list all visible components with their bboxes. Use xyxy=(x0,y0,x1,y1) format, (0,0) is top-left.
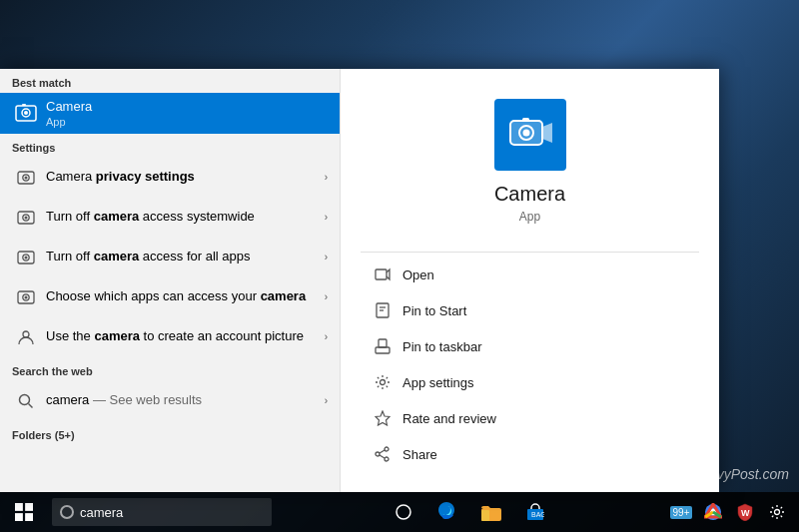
svg-marker-23 xyxy=(542,123,552,143)
settings-item-privacy[interactable]: Camera privacy settings › xyxy=(0,158,340,198)
camera-app-name: Camera xyxy=(46,99,328,116)
open-icon xyxy=(373,265,393,284)
privacy-settings-label: Camera privacy settings xyxy=(46,169,321,186)
action-pin-start[interactable]: Pin to Start xyxy=(361,292,699,328)
taskbar-middle: BAG xyxy=(272,494,667,530)
search-web-query: camera — See web results xyxy=(46,392,321,409)
camera-privacy-icon xyxy=(12,164,40,192)
rate-review-icon xyxy=(373,408,393,428)
share-icon xyxy=(373,444,393,464)
app-settings-icon xyxy=(373,372,393,392)
svg-rect-39 xyxy=(15,513,23,521)
svg-point-32 xyxy=(385,447,389,451)
menu-right-panel: Camera App Open xyxy=(340,69,719,492)
task-view-button[interactable] xyxy=(386,494,421,530)
start-button[interactable] xyxy=(0,492,48,532)
pin-start-icon xyxy=(373,300,393,320)
settings-tray-icon[interactable] xyxy=(763,498,791,526)
svg-marker-31 xyxy=(376,411,390,425)
action-open[interactable]: Open xyxy=(361,257,699,292)
camera-systemwide-icon xyxy=(12,204,40,232)
svg-rect-22 xyxy=(522,118,529,121)
svg-point-30 xyxy=(381,380,386,385)
notification-count: 99+ xyxy=(670,506,693,519)
taskbar: BAG 99+ W xyxy=(0,492,799,532)
taskbar-tray: 99+ W xyxy=(667,498,799,526)
svg-point-6 xyxy=(25,176,28,179)
action-app-settings[interactable]: App settings xyxy=(361,364,699,400)
share-label: Share xyxy=(402,447,437,462)
svg-point-21 xyxy=(522,130,529,137)
pin-taskbar-label: Pin to taskbar xyxy=(402,339,482,354)
svg-point-33 xyxy=(385,457,389,461)
all-apps-arrow-icon: › xyxy=(325,252,328,263)
desktop: Best match Camera App Settings xyxy=(0,0,799,532)
notification-badge-tray[interactable]: 99+ xyxy=(667,498,695,526)
svg-point-15 xyxy=(25,295,28,298)
taskbar-search-icon xyxy=(60,505,74,519)
svg-rect-43 xyxy=(481,510,489,521)
open-label: Open xyxy=(402,267,434,282)
best-match-header: Best match xyxy=(0,69,340,93)
action-share[interactable]: Share xyxy=(361,436,699,472)
svg-rect-38 xyxy=(25,503,33,511)
app-name-large: Camera xyxy=(494,183,565,206)
svg-rect-40 xyxy=(25,513,33,521)
settings-item-account-picture[interactable]: Use the camera to create an account pict… xyxy=(0,317,340,357)
camera-app-type: App xyxy=(46,116,328,128)
choose-apps-label: Choose which apps can access your camera xyxy=(46,288,321,305)
svg-rect-24 xyxy=(376,269,387,279)
rate-review-label: Rate and review xyxy=(402,411,496,426)
settings-item-systemwide[interactable]: Turn off camera access systemwide › xyxy=(0,198,340,238)
search-web-header: Search the web xyxy=(0,357,340,381)
svg-point-34 xyxy=(376,452,380,456)
svg-point-41 xyxy=(397,505,410,519)
camera-app-icon xyxy=(12,99,40,127)
defender-tray-icon[interactable]: W xyxy=(731,498,759,526)
svg-rect-37 xyxy=(15,503,23,511)
chrome-tray-icon[interactable] xyxy=(699,498,727,526)
all-apps-label: Turn off camera access for all apps xyxy=(46,249,321,266)
svg-rect-3 xyxy=(22,104,26,106)
svg-point-2 xyxy=(24,111,28,115)
camera-choose-icon xyxy=(12,283,40,311)
camera-all-apps-icon xyxy=(12,244,40,271)
file-explorer-button[interactable] xyxy=(473,494,509,530)
svg-line-18 xyxy=(29,403,33,407)
svg-point-12 xyxy=(25,256,28,259)
pin-taskbar-icon xyxy=(373,336,393,356)
svg-rect-28 xyxy=(376,347,390,353)
edge-browser-button[interactable] xyxy=(429,494,465,530)
store-button[interactable]: BAG xyxy=(517,494,553,530)
svg-point-16 xyxy=(23,331,29,337)
search-web-arrow: › xyxy=(325,395,328,406)
app-type-large: App xyxy=(519,210,540,224)
svg-rect-29 xyxy=(379,339,387,347)
svg-text:W: W xyxy=(741,508,750,518)
settings-item-choose-apps[interactable]: Choose which apps can access your camera… xyxy=(0,277,340,317)
settings-item-all-apps[interactable]: Turn off camera access for all apps › xyxy=(0,238,340,277)
svg-line-35 xyxy=(380,450,385,453)
choose-apps-arrow-icon: › xyxy=(325,291,328,302)
settings-header: Settings xyxy=(0,134,340,158)
privacy-arrow-icon: › xyxy=(325,172,328,183)
action-rate-review[interactable]: Rate and review xyxy=(361,400,699,436)
account-picture-label: Use the camera to create an account pict… xyxy=(46,328,321,345)
app-settings-label: App settings xyxy=(402,375,474,390)
folders-section: Folders (5+) xyxy=(0,421,340,449)
best-match-camera[interactable]: Camera App xyxy=(0,93,340,134)
action-pin-taskbar[interactable]: Pin to taskbar xyxy=(361,328,699,364)
app-icon-large xyxy=(494,99,566,171)
taskbar-search-box[interactable] xyxy=(52,498,272,526)
svg-point-17 xyxy=(20,394,30,404)
systemwide-label: Turn off camera access systemwide xyxy=(46,209,321,226)
camera-account-icon xyxy=(12,323,40,351)
search-web-icon xyxy=(12,387,40,415)
start-menu: Best match Camera App Settings xyxy=(0,69,719,492)
pin-start-label: Pin to Start xyxy=(402,303,466,318)
menu-left-panel: Best match Camera App Settings xyxy=(0,69,340,492)
account-arrow-icon: › xyxy=(325,331,328,342)
svg-point-49 xyxy=(775,510,780,515)
search-web-item[interactable]: camera — See web results › xyxy=(0,381,340,421)
taskbar-search-input[interactable] xyxy=(80,505,240,520)
